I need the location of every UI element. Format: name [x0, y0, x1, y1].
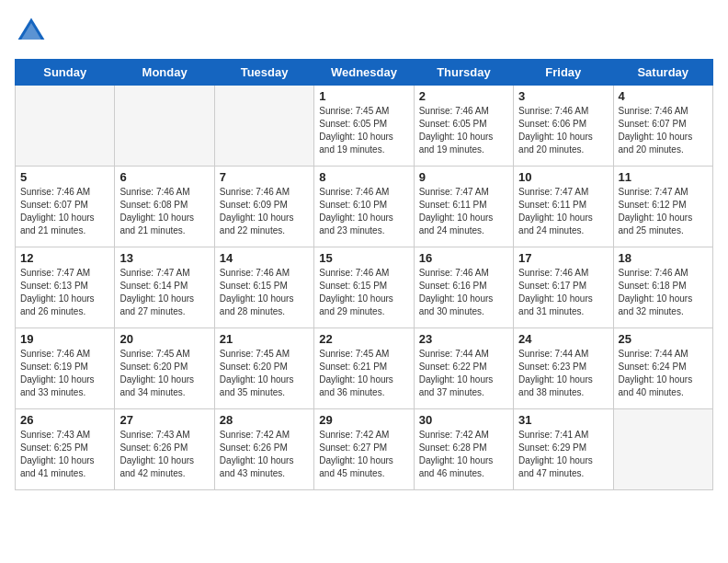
day-number: 5: [20, 170, 109, 184]
day-number: 16: [419, 251, 508, 265]
calendar-cell: 9Sunrise: 7:47 AMSunset: 6:11 PMDaylight…: [414, 167, 513, 247]
calendar-cell: 29Sunrise: 7:42 AMSunset: 6:27 PMDayligh…: [314, 409, 414, 490]
logo-icon: [15, 15, 48, 48]
weekday-header-saturday: Saturday: [613, 60, 712, 86]
calendar-cell: 13Sunrise: 7:47 AMSunset: 6:14 PMDayligh…: [115, 247, 214, 328]
calendar-cell: 24Sunrise: 7:44 AMSunset: 6:23 PMDayligh…: [514, 328, 613, 409]
cell-info: Sunrise: 7:46 AMSunset: 6:07 PMDaylight:…: [619, 105, 708, 156]
calendar-cell: 17Sunrise: 7:46 AMSunset: 6:17 PMDayligh…: [514, 247, 613, 328]
cell-info: Sunrise: 7:42 AMSunset: 6:26 PMDaylight:…: [220, 429, 309, 480]
week-row-2: 5Sunrise: 7:46 AMSunset: 6:07 PMDaylight…: [16, 167, 713, 247]
cell-info: Sunrise: 7:46 AMSunset: 6:16 PMDaylight:…: [419, 267, 508, 318]
cell-info: Sunrise: 7:45 AMSunset: 6:20 PMDaylight:…: [119, 348, 209, 399]
calendar-cell: 7Sunrise: 7:46 AMSunset: 6:09 PMDaylight…: [214, 167, 313, 247]
cell-info: Sunrise: 7:46 AMSunset: 6:15 PMDaylight:…: [220, 267, 309, 318]
day-number: 3: [518, 89, 608, 103]
cell-info: Sunrise: 7:47 AMSunset: 6:11 PMDaylight:…: [419, 186, 508, 237]
week-row-4: 19Sunrise: 7:46 AMSunset: 6:19 PMDayligh…: [16, 328, 713, 409]
day-number: 17: [518, 251, 608, 265]
cell-info: Sunrise: 7:44 AMSunset: 6:23 PMDaylight:…: [518, 348, 608, 399]
calendar-cell: [613, 409, 712, 490]
week-row-3: 12Sunrise: 7:47 AMSunset: 6:13 PMDayligh…: [16, 247, 713, 328]
calendar-cell: [214, 86, 313, 167]
cell-info: Sunrise: 7:47 AMSunset: 6:12 PMDaylight:…: [619, 186, 708, 237]
day-number: 1: [319, 89, 408, 103]
cell-info: Sunrise: 7:46 AMSunset: 6:19 PMDaylight:…: [20, 348, 109, 399]
weekday-header-row: SundayMondayTuesdayWednesdayThursdayFrid…: [16, 60, 713, 86]
day-number: 26: [20, 413, 109, 427]
cell-info: Sunrise: 7:46 AMSunset: 6:05 PMDaylight:…: [419, 105, 508, 156]
day-number: 13: [119, 251, 209, 265]
day-number: 12: [20, 251, 109, 265]
day-number: 6: [119, 170, 209, 184]
cell-info: Sunrise: 7:43 AMSunset: 6:25 PMDaylight:…: [20, 429, 109, 480]
week-row-1: 1Sunrise: 7:45 AMSunset: 6:05 PMDaylight…: [16, 86, 713, 167]
cell-info: Sunrise: 7:45 AMSunset: 6:20 PMDaylight:…: [220, 348, 309, 399]
calendar-cell: 1Sunrise: 7:45 AMSunset: 6:05 PMDaylight…: [314, 86, 414, 167]
cell-info: Sunrise: 7:42 AMSunset: 6:27 PMDaylight:…: [319, 429, 408, 480]
calendar-cell: 11Sunrise: 7:47 AMSunset: 6:12 PMDayligh…: [613, 167, 712, 247]
calendar-cell: 2Sunrise: 7:46 AMSunset: 6:05 PMDaylight…: [414, 86, 513, 167]
calendar-cell: 28Sunrise: 7:42 AMSunset: 6:26 PMDayligh…: [214, 409, 313, 490]
cell-info: Sunrise: 7:44 AMSunset: 6:24 PMDaylight:…: [619, 348, 708, 399]
day-number: 4: [619, 89, 708, 103]
day-number: 30: [419, 413, 508, 427]
cell-info: Sunrise: 7:46 AMSunset: 6:08 PMDaylight:…: [119, 186, 209, 237]
calendar-cell: [115, 86, 214, 167]
cell-info: Sunrise: 7:46 AMSunset: 6:18 PMDaylight:…: [619, 267, 708, 318]
day-number: 14: [220, 251, 309, 265]
calendar-cell: 3Sunrise: 7:46 AMSunset: 6:06 PMDaylight…: [514, 86, 613, 167]
calendar-cell: 31Sunrise: 7:41 AMSunset: 6:29 PMDayligh…: [514, 409, 613, 490]
day-number: 22: [319, 332, 408, 346]
weekday-header-wednesday: Wednesday: [314, 60, 414, 86]
day-number: 31: [518, 413, 608, 427]
calendar-cell: 21Sunrise: 7:45 AMSunset: 6:20 PMDayligh…: [214, 328, 313, 409]
day-number: 23: [419, 332, 508, 346]
day-number: 18: [619, 251, 708, 265]
day-number: 11: [619, 170, 708, 184]
weekday-header-tuesday: Tuesday: [214, 60, 313, 86]
day-number: 10: [518, 170, 608, 184]
weekday-header-friday: Friday: [514, 60, 613, 86]
calendar-cell: 30Sunrise: 7:42 AMSunset: 6:28 PMDayligh…: [414, 409, 513, 490]
cell-info: Sunrise: 7:46 AMSunset: 6:10 PMDaylight:…: [319, 186, 408, 237]
week-row-5: 26Sunrise: 7:43 AMSunset: 6:25 PMDayligh…: [16, 409, 713, 490]
day-number: 27: [119, 413, 209, 427]
calendar-table: SundayMondayTuesdayWednesdayThursdayFrid…: [15, 59, 713, 490]
day-number: 2: [419, 89, 508, 103]
calendar-cell: 5Sunrise: 7:46 AMSunset: 6:07 PMDaylight…: [16, 167, 115, 247]
day-number: 29: [319, 413, 408, 427]
cell-info: Sunrise: 7:46 AMSunset: 6:15 PMDaylight:…: [319, 267, 408, 318]
calendar-cell: 26Sunrise: 7:43 AMSunset: 6:25 PMDayligh…: [16, 409, 115, 490]
cell-info: Sunrise: 7:47 AMSunset: 6:11 PMDaylight:…: [518, 186, 608, 237]
calendar-cell: 22Sunrise: 7:45 AMSunset: 6:21 PMDayligh…: [314, 328, 414, 409]
calendar-cell: 8Sunrise: 7:46 AMSunset: 6:10 PMDaylight…: [314, 167, 414, 247]
calendar-cell: 10Sunrise: 7:47 AMSunset: 6:11 PMDayligh…: [514, 167, 613, 247]
weekday-header-monday: Monday: [115, 60, 214, 86]
calendar-cell: 20Sunrise: 7:45 AMSunset: 6:20 PMDayligh…: [115, 328, 214, 409]
calendar-cell: 25Sunrise: 7:44 AMSunset: 6:24 PMDayligh…: [613, 328, 712, 409]
cell-info: Sunrise: 7:46 AMSunset: 6:17 PMDaylight:…: [518, 267, 608, 318]
cell-info: Sunrise: 7:46 AMSunset: 6:06 PMDaylight:…: [518, 105, 608, 156]
cell-info: Sunrise: 7:45 AMSunset: 6:21 PMDaylight:…: [319, 348, 408, 399]
calendar-cell: 15Sunrise: 7:46 AMSunset: 6:15 PMDayligh…: [314, 247, 414, 328]
calendar-cell: 14Sunrise: 7:46 AMSunset: 6:15 PMDayligh…: [214, 247, 313, 328]
logo: [15, 15, 51, 48]
cell-info: Sunrise: 7:41 AMSunset: 6:29 PMDaylight:…: [518, 429, 608, 480]
day-number: 9: [419, 170, 508, 184]
day-number: 21: [220, 332, 309, 346]
calendar-cell: 6Sunrise: 7:46 AMSunset: 6:08 PMDaylight…: [115, 167, 214, 247]
day-number: 24: [518, 332, 608, 346]
day-number: 25: [619, 332, 708, 346]
cell-info: Sunrise: 7:44 AMSunset: 6:22 PMDaylight:…: [419, 348, 508, 399]
weekday-header-sunday: Sunday: [16, 60, 115, 86]
weekday-header-thursday: Thursday: [414, 60, 513, 86]
day-number: 19: [20, 332, 109, 346]
day-number: 20: [119, 332, 209, 346]
cell-info: Sunrise: 7:47 AMSunset: 6:13 PMDaylight:…: [20, 267, 109, 318]
cell-info: Sunrise: 7:46 AMSunset: 6:07 PMDaylight:…: [20, 186, 109, 237]
calendar-cell: 12Sunrise: 7:47 AMSunset: 6:13 PMDayligh…: [16, 247, 115, 328]
calendar-cell: 19Sunrise: 7:46 AMSunset: 6:19 PMDayligh…: [16, 328, 115, 409]
calendar-cell: [16, 86, 115, 167]
day-number: 8: [319, 170, 408, 184]
